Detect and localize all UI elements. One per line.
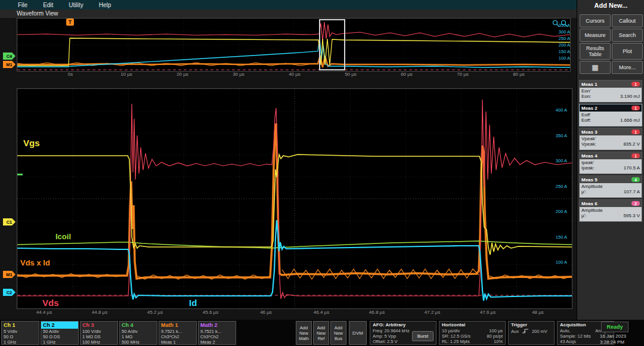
ch2-bandwidth: 1 GHz (41, 339, 78, 345)
menu-item-help[interactable]: Help (99, 2, 112, 8)
math1-source: Ch3*Ch2 (159, 334, 196, 339)
channel-badge-c4[interactable]: C4 (3, 52, 16, 60)
ch1-impedance: 50 Ω (2, 334, 39, 339)
meas1-title: Meas 1 (581, 82, 597, 87)
horizontal-title: Horizontal (442, 322, 503, 328)
overview-time-label: 0s (57, 72, 83, 77)
meas6-badge: 2 (631, 201, 640, 206)
trigger-title: Trigger (511, 322, 552, 328)
meas3-value: 835.2 V (623, 141, 640, 147)
meas5-line1: Amplitude (581, 184, 640, 189)
trigger-panel[interactable]: Trigger Aux 200 mV (508, 321, 555, 345)
main-axis-label: 150 A (547, 234, 567, 240)
overview-axis-label: 200 A (550, 42, 570, 48)
new-label: New (334, 330, 343, 336)
channel-badge-c2[interactable]: C2 (3, 289, 16, 296)
meas2-title: Meas 2 (581, 106, 597, 111)
bus-label: Bus (335, 336, 342, 341)
rising-edge-icon (522, 328, 529, 334)
horizontal-panel[interactable]: Horizontal 10 µs/div100 µs SR: 12.5 GS/s… (439, 321, 506, 345)
trigger-level: 200 mV (532, 329, 547, 334)
callout-button[interactable]: Callout (612, 14, 643, 27)
trigger-marker[interactable]: T (66, 18, 74, 26)
ch1-badge[interactable]: Ch 1 5 V/div 50 Ω 1 GHz (1, 321, 39, 345)
more-button[interactable]: More... (612, 61, 643, 74)
meas6-card[interactable]: Meas 62 Amplitude µ':595.3 V (579, 199, 642, 222)
search-button[interactable]: Search (612, 29, 643, 42)
math1-name: Math 1 (159, 322, 196, 329)
main-waveform-view[interactable]: Vgs Icoil Vds x Id Vds Id 400 A 350 A 30… (17, 88, 572, 309)
ch2-scale: 50 A/div (41, 329, 78, 334)
main-waveforms (17, 89, 572, 308)
meas4-card[interactable]: Meas 41 Ipeak' Ipeak:170.5 A (579, 152, 642, 174)
dvm-button[interactable]: DVM (349, 321, 367, 345)
ch4-impedance: 1 MΩ (120, 334, 157, 339)
meas4-label: Ipeak: (581, 165, 595, 171)
main-axis-label: 200 A (547, 209, 567, 214)
meas3-line1: Vpeak' (581, 136, 640, 141)
math-badge-m1-overview[interactable]: M1 (3, 61, 16, 68)
main-time-label: 45.6 µs (197, 310, 224, 315)
waveform-overview[interactable] (17, 18, 571, 72)
ref-label: Ref (318, 336, 325, 341)
ch2-badge[interactable]: Ch 2 50 A/div 50 Ω DS 1 GHz (41, 321, 79, 345)
measure-button[interactable]: Measure (580, 29, 611, 42)
add-new-math-button[interactable]: Add New Math (296, 321, 312, 345)
meas1-card[interactable]: Meas 11 Eon' Eon:3.190 mJ (579, 80, 642, 103)
main-time-label: 47.2 µs (419, 310, 445, 315)
menu-item-utility[interactable]: Utility (69, 2, 83, 8)
channel-badge-c1[interactable]: C1 (3, 218, 16, 225)
overview-axis-label: 250 A (550, 36, 570, 41)
meas1-label: Eon: (581, 94, 591, 99)
h-resolution: 80 ps/pt (487, 333, 503, 339)
overview-axis-label: 300 A (550, 29, 570, 35)
overview-time-label: 20 µs (169, 72, 196, 77)
meas3-badge: 1 (631, 129, 640, 134)
main-time-label: 45.2 µs (142, 310, 168, 315)
ch3-bandwidth: 100 MHz (80, 339, 117, 345)
math-badge-m1[interactable]: M1 (3, 271, 16, 278)
main-axis-label: 300 A (547, 158, 567, 163)
overview-waveforms (17, 18, 570, 71)
vgs-trace-label: Vgs (23, 138, 40, 148)
add-new-ref-button[interactable]: Add New Ref (313, 321, 329, 345)
math1-badge[interactable]: Math 1 9.7521 k... Ch3*Ch2 Meas 1 (159, 321, 197, 345)
meas2-card[interactable]: Meas 21 Eoff' Eoff:1.666 mJ (579, 104, 642, 126)
meas6-value: 595.3 V (623, 213, 640, 218)
ch4-badge[interactable]: Ch 4 50 A/div 1 MΩ 500 MHz (119, 321, 157, 345)
bottom-status-bar: Ch 1 5 V/div 50 Ω 1 GHz Ch 2 50 A/div 50… (0, 320, 644, 346)
id-trace-label: Id (189, 298, 197, 308)
math2-badge[interactable]: Math 2 9.7521 k... Ch3*Ch2 Meas 2 (198, 321, 236, 345)
math2-scale: 9.7521 k... (199, 329, 236, 334)
meas3-card[interactable]: Meas 31 Vpeak' Vpeak:835.2 V (579, 128, 642, 150)
new-label: New (317, 330, 326, 336)
burst-button[interactable]: Burst (412, 331, 434, 341)
main-time-label: 44.8 µs (86, 310, 113, 315)
afg-panel[interactable]: AFG: Arbitrary Freq: 20.9644 kHz Amp: 5 … (370, 321, 436, 345)
add-new-bus-button[interactable]: Add New Bus (330, 321, 346, 345)
main-axis-label: 350 A (547, 133, 567, 138)
afg-amp: Amp: 5 Vpp (373, 333, 410, 339)
view-tab-bar: Waveform View (0, 10, 577, 18)
grid-icon[interactable]: ▦ (580, 61, 611, 74)
plot-button[interactable]: Plot (612, 43, 643, 60)
main-axis-label: 100 A (547, 260, 567, 265)
menu-item-edit[interactable]: Edit (43, 2, 53, 8)
afg-title: AFG: Arbitrary (373, 322, 434, 328)
overview-time-label: 10 µs (113, 72, 140, 77)
meas5-card[interactable]: Meas 54 Amplitude µ':107.7 A (579, 175, 642, 198)
meas4-value: 170.5 A (624, 165, 640, 171)
meas1-line1: Eon' (581, 88, 640, 94)
overview-axis-label: 150 A (550, 49, 570, 54)
menu-item-file[interactable]: File (18, 2, 27, 8)
vds-trace-label: Vds (42, 298, 59, 308)
ch3-badge[interactable]: Ch 3 100 V/div 1 MΩ DS 100 MHz (80, 321, 118, 345)
results-table-button[interactable]: Results Table (580, 43, 611, 60)
trigger-source: Aux (511, 329, 519, 334)
h-record-length: RL: 1.25 Mpts (442, 339, 470, 344)
overview-axis-label: 100 A (550, 55, 570, 61)
math2-source: Ch3*Ch2 (199, 334, 236, 339)
cursors-button[interactable]: Cursors (580, 14, 611, 27)
main-time-label: 46.4 µs (308, 310, 335, 315)
meas5-label: µ': (581, 189, 586, 194)
